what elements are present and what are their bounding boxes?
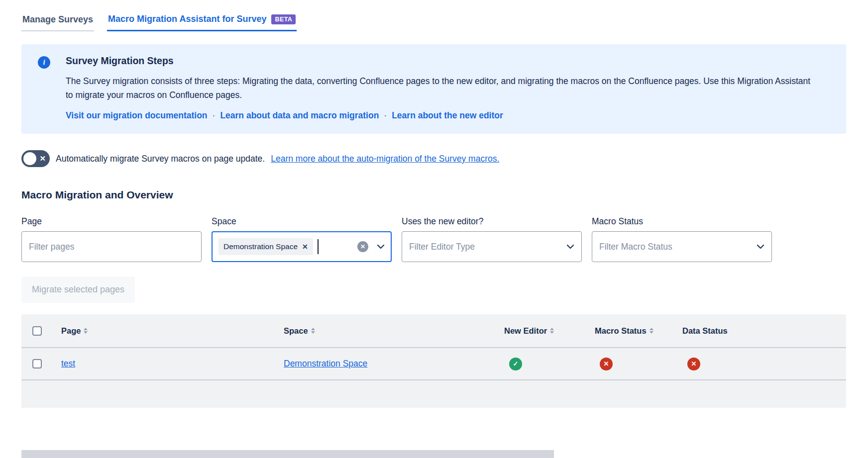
link-separator: · bbox=[384, 110, 387, 121]
filter-bar: Page Filter pages Space Demonstration Sp… bbox=[21, 216, 846, 262]
tab-macro-migration-assistant[interactable]: Macro Migration Assistant for Survey BET… bbox=[107, 12, 297, 31]
page-link[interactable]: test bbox=[61, 359, 75, 368]
info-icon: i bbox=[38, 56, 50, 69]
macro-status-error-icon: ✕ bbox=[600, 358, 613, 370]
tab-macro-migration-assistant-label: Macro Migration Assistant for Survey bbox=[108, 14, 266, 24]
editor-filter-select[interactable]: Filter Editor Type bbox=[402, 231, 582, 262]
table-header-row: Page Space New Editor Macro Status Data … bbox=[21, 314, 846, 348]
chip-remove-icon[interactable]: ✕ bbox=[302, 243, 308, 251]
auto-migration-learn-more-link[interactable]: Learn more about the auto-migration of t… bbox=[271, 154, 499, 164]
macro-migration-page: Manage Surveys Macro Migration Assistant… bbox=[0, 0, 868, 408]
filter-page: Page Filter pages bbox=[21, 216, 202, 262]
link-separator: · bbox=[213, 110, 216, 121]
editor-filter-placeholder: Filter Editor Type bbox=[409, 242, 566, 252]
column-header-macro-status[interactable]: Macro Status bbox=[595, 326, 682, 336]
table-row: test Demonstration Space ✓ ✕ ✕ bbox=[21, 348, 846, 380]
chevron-down-icon[interactable] bbox=[377, 244, 385, 249]
bottom-partial-bar bbox=[21, 450, 554, 458]
toggle-off-x-icon: ✕ bbox=[39, 150, 46, 167]
sort-icon[interactable] bbox=[650, 328, 653, 334]
sort-icon[interactable] bbox=[550, 328, 554, 334]
link-data-macro-migration[interactable]: Learn about data and macro migration bbox=[220, 110, 379, 121]
filter-editor: Uses the new editor? Filter Editor Type bbox=[402, 216, 582, 262]
survey-migration-info-panel: i Survey Migration Steps The Survey migr… bbox=[21, 44, 846, 134]
filter-macro-status: Macro Status Filter Macro Status bbox=[592, 216, 772, 262]
filter-editor-label: Uses the new editor? bbox=[402, 216, 582, 227]
tab-manage-surveys[interactable]: Manage Surveys bbox=[21, 12, 94, 31]
tab-manage-surveys-label: Manage Surveys bbox=[22, 14, 93, 24]
text-cursor bbox=[318, 239, 319, 254]
column-header-space[interactable]: Space bbox=[284, 326, 504, 336]
macro-status-filter-placeholder: Filter Macro Status bbox=[599, 242, 757, 252]
table-empty-space bbox=[21, 380, 846, 408]
column-header-data-status: Data Status bbox=[682, 326, 846, 336]
info-panel-links: Visit our migration documentation · Lear… bbox=[66, 110, 817, 121]
beta-badge: BETA bbox=[271, 14, 296, 24]
column-header-page[interactable]: Page bbox=[61, 326, 284, 336]
space-link[interactable]: Demonstration Space bbox=[284, 359, 367, 368]
toggle-knob bbox=[23, 152, 36, 165]
tab-bar: Manage Surveys Macro Migration Assistant… bbox=[21, 12, 846, 31]
auto-migration-toggle[interactable]: ✕ bbox=[21, 150, 50, 167]
chevron-down-icon[interactable] bbox=[566, 244, 574, 249]
clear-select-icon[interactable]: ✕ bbox=[357, 241, 368, 252]
migrate-selected-pages-button[interactable]: Migrate selected pages bbox=[21, 276, 135, 303]
column-header-new-editor[interactable]: New Editor bbox=[504, 326, 595, 336]
link-migration-documentation[interactable]: Visit our migration documentation bbox=[66, 110, 208, 121]
space-select-controls: ✕ bbox=[357, 241, 385, 252]
info-panel-title: Survey Migration Steps bbox=[66, 55, 817, 67]
info-panel-body: Survey Migration Steps The Survey migrat… bbox=[66, 55, 817, 121]
page-filter-input[interactable]: Filter pages bbox=[21, 231, 202, 262]
select-all-checkbox[interactable] bbox=[32, 326, 42, 336]
new-editor-success-icon: ✓ bbox=[509, 358, 522, 370]
macro-status-filter-select[interactable]: Filter Macro Status bbox=[592, 231, 772, 262]
section-title: Macro Migration and Overview bbox=[21, 189, 846, 201]
auto-migration-row: ✕ Automatically migrate Survey macros on… bbox=[21, 150, 846, 167]
filter-page-label: Page bbox=[21, 216, 202, 227]
filter-macro-status-label: Macro Status bbox=[592, 216, 772, 227]
filter-space-label: Space bbox=[212, 216, 392, 227]
filter-space: Space Demonstration Space ✕ ✕ bbox=[212, 216, 392, 262]
migration-table: Page Space New Editor Macro Status Data … bbox=[21, 314, 846, 408]
info-panel-text: The Survey migration consists of three s… bbox=[66, 74, 817, 102]
space-selected-chip: Demonstration Space ✕ bbox=[218, 238, 313, 255]
space-filter-select[interactable]: Demonstration Space ✕ ✕ bbox=[212, 231, 392, 262]
space-chip-label: Demonstration Space bbox=[223, 242, 298, 251]
row-checkbox[interactable] bbox=[32, 359, 42, 368]
sort-icon[interactable] bbox=[311, 328, 315, 334]
chevron-down-icon[interactable] bbox=[757, 244, 764, 249]
auto-migration-text: Automatically migrate Survey macros on p… bbox=[56, 154, 265, 164]
data-status-error-icon: ✕ bbox=[687, 358, 700, 370]
sort-icon[interactable] bbox=[84, 328, 88, 334]
page-filter-placeholder: Filter pages bbox=[29, 242, 194, 252]
link-new-editor[interactable]: Learn about the new editor bbox=[392, 110, 503, 121]
